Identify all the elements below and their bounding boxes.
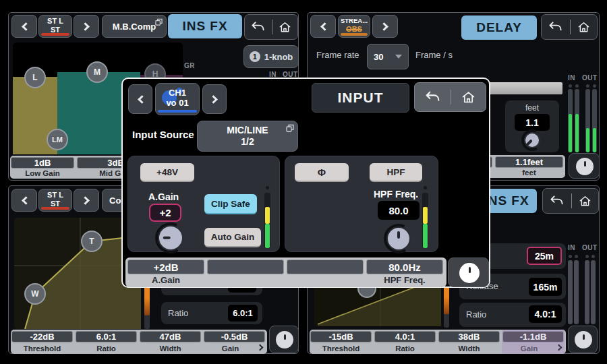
back-icon[interactable] xyxy=(425,90,440,104)
fx-name: M.B.Comp xyxy=(113,22,156,32)
param-width[interactable]: 38dB Width xyxy=(438,330,500,354)
caret-down-icon xyxy=(395,55,402,59)
hpf-button[interactable]: HPF xyxy=(370,163,422,182)
knob-assign-box[interactable] xyxy=(569,153,600,179)
back-icon[interactable] xyxy=(251,21,265,33)
param-low-gain[interactable]: 1dB Low Gain xyxy=(10,156,75,179)
channel-select-button[interactable]: CH1 vo 01 xyxy=(155,83,200,115)
threshold-handle[interactable]: T xyxy=(81,231,103,252)
ratio-row[interactable]: Ratio 6.0:1 xyxy=(161,302,262,324)
fx-select-button[interactable]: M.B.Comp xyxy=(102,15,167,38)
copy-icon xyxy=(155,18,163,26)
level-meter xyxy=(264,193,270,248)
channel-select-button[interactable]: ST L ST xyxy=(38,189,72,212)
param-ratio[interactable]: 4.0:1 Ratio xyxy=(374,330,436,354)
hpf-freq-value[interactable]: 80.0 xyxy=(378,201,420,220)
frame-rate-dropdown[interactable]: 30 xyxy=(367,44,409,69)
band-handle-lowmid[interactable]: LM xyxy=(47,129,68,150)
release-value[interactable]: 165m xyxy=(529,278,562,296)
channel-select-button[interactable]: STREA... OBS xyxy=(338,15,370,38)
band-handle-low[interactable]: L xyxy=(24,67,46,88)
again-label: A.Gain xyxy=(148,191,179,202)
param-bar: -15dB Threshold 4.0:1 Ratio 38dB Width -… xyxy=(310,330,566,354)
home-icon[interactable] xyxy=(577,21,590,34)
phantom-button[interactable]: +48V xyxy=(140,163,194,182)
param-bar: +2dB A.Gain 80.0Hz HPF Freq. xyxy=(125,257,446,287)
nav-group xyxy=(542,188,599,214)
back-icon[interactable] xyxy=(550,195,564,207)
chevron-right-icon xyxy=(209,95,218,104)
delay-unit-label: feet xyxy=(505,103,559,113)
divider xyxy=(571,193,572,208)
clip-safe-button[interactable]: Clip Safe xyxy=(204,194,257,214)
param-delay-feet[interactable]: 1.1feet feet xyxy=(494,155,564,178)
again-value[interactable]: +2 xyxy=(149,204,181,222)
param-hpf-freq[interactable]: 80.0Hz HPF Freq. xyxy=(366,257,444,287)
channel-color-bar xyxy=(41,207,69,210)
again-knob[interactable] xyxy=(155,222,186,253)
back-icon[interactable] xyxy=(548,21,562,33)
channel-sub: ST xyxy=(51,200,60,208)
one-knob-button[interactable]: 1 1-knob xyxy=(243,45,299,68)
chevron-left-icon xyxy=(138,95,146,104)
width-handle[interactable]: W xyxy=(24,283,46,305)
attack-value[interactable]: 25m xyxy=(527,247,562,265)
ratio-label: Ratio xyxy=(466,309,486,320)
knob-icon xyxy=(284,334,286,340)
chevron-left-icon xyxy=(320,22,329,31)
param-again[interactable]: +2dB A.Gain xyxy=(127,257,205,287)
nav-group xyxy=(244,14,298,40)
gr-label: GR xyxy=(184,62,195,69)
delay-value[interactable]: 1.1 xyxy=(515,114,550,131)
copy-icon xyxy=(286,124,294,132)
one-knob-badge-icon: 1 xyxy=(250,51,260,62)
delay-knob[interactable] xyxy=(521,129,543,151)
param-threshold[interactable]: -22dB Threshold xyxy=(11,330,74,354)
prev-channel-button[interactable] xyxy=(11,189,37,212)
prev-channel-button[interactable] xyxy=(11,15,37,38)
level-meter xyxy=(422,193,428,248)
page-title-input: INPUT xyxy=(312,83,409,113)
param-width[interactable]: 47dB Width xyxy=(139,330,202,354)
channel-select-button[interactable]: ST L ST xyxy=(38,15,72,38)
next-channel-button[interactable] xyxy=(202,84,227,114)
meter-in-l xyxy=(568,89,573,152)
param-empty-1[interactable] xyxy=(206,257,285,287)
meter-in-r xyxy=(575,89,579,152)
knob-assign-box[interactable] xyxy=(269,326,299,353)
prev-channel-button[interactable] xyxy=(128,84,152,114)
in-label: IN xyxy=(568,244,575,251)
param-empty-2[interactable] xyxy=(286,257,364,287)
meter-out-l xyxy=(585,89,590,152)
param-gain[interactable]: -0.5dB Gain xyxy=(203,330,266,354)
home-icon[interactable] xyxy=(461,90,475,104)
next-channel-button[interactable] xyxy=(74,189,99,212)
ratio-value[interactable]: 4.0:1 xyxy=(529,305,562,323)
input-source-button[interactable]: MIC/LINE 1/2 xyxy=(197,121,298,152)
home-icon[interactable] xyxy=(579,195,591,208)
channel-sub: vo 01 xyxy=(166,98,188,108)
next-channel-button[interactable] xyxy=(372,15,398,38)
hpf-freq-label: HPF Freq. xyxy=(374,189,418,200)
delay-value-box: feet 1.1 xyxy=(505,100,559,152)
param-gain[interactable]: -1.1dB Gain xyxy=(502,330,565,354)
phase-button[interactable]: Φ xyxy=(295,163,349,182)
ratio-row[interactable]: Ratio 4.0:1 xyxy=(459,303,566,327)
next-channel-button[interactable] xyxy=(74,15,99,38)
knob-assign-box[interactable] xyxy=(448,257,489,287)
prev-channel-button[interactable] xyxy=(310,15,336,38)
hpf-knob[interactable] xyxy=(384,224,413,253)
band-handle-mid[interactable]: M xyxy=(86,61,108,83)
param-bar: -22dB Threshold 6.0:1 Ratio 47dB Width -… xyxy=(11,330,267,354)
channel-sub: OBS xyxy=(346,25,362,33)
knob-assign-box[interactable] xyxy=(568,326,598,353)
home-icon[interactable] xyxy=(279,21,291,34)
knob-icon xyxy=(584,161,586,166)
out-label: OUT xyxy=(582,244,598,251)
frame-rate-label: Frame rate xyxy=(316,50,359,60)
channel-name: CH1 xyxy=(169,88,186,98)
param-threshold[interactable]: -15dB Threshold xyxy=(310,330,372,354)
auto-gain-button[interactable]: Auto Gain xyxy=(204,228,261,247)
channel-sub: ST xyxy=(51,26,60,34)
param-ratio[interactable]: 6.0:1 Ratio xyxy=(75,330,138,354)
